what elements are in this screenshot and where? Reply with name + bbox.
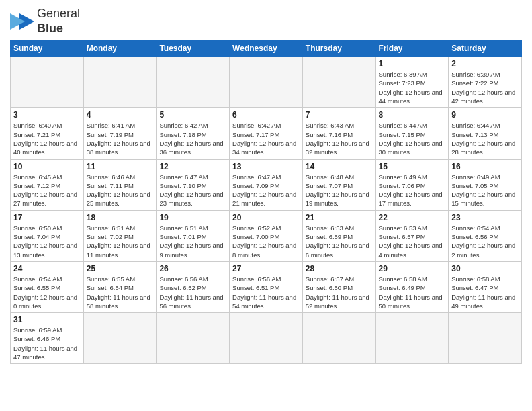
weekday-header-sunday: Sunday — [11, 40, 84, 57]
calendar-day-cell: 17Sunrise: 6:50 AM Sunset: 7:04 PM Dayli… — [11, 210, 84, 261]
calendar-day-cell: 2Sunrise: 6:39 AM Sunset: 7:22 PM Daylig… — [449, 57, 522, 108]
day-number: 29 — [379, 264, 446, 273]
day-info: Sunrise: 6:43 AM Sunset: 7:16 PM Dayligh… — [306, 121, 373, 156]
logo-text: GeneralBlue — [37, 7, 80, 36]
logo: GeneralBlue — [10, 7, 80, 36]
day-number: 8 — [379, 110, 446, 120]
day-number: 30 — [451, 264, 519, 273]
calendar-day-cell: 24Sunrise: 6:54 AM Sunset: 6:55 PM Dayli… — [11, 261, 84, 312]
day-number: 14 — [306, 162, 373, 171]
calendar-day-cell: 31Sunrise: 6:59 AM Sunset: 6:46 PM Dayli… — [11, 313, 84, 364]
calendar-day-cell: 26Sunrise: 6:56 AM Sunset: 6:52 PM Dayli… — [157, 261, 230, 312]
calendar-header-row: SundayMondayTuesdayWednesdayThursdayFrid… — [11, 40, 522, 57]
calendar-day-cell: 4Sunrise: 6:41 AM Sunset: 7:19 PM Daylig… — [83, 108, 157, 159]
day-number: 17 — [13, 213, 81, 222]
calendar-day-cell: 6Sunrise: 6:42 AM Sunset: 7:17 PM Daylig… — [230, 108, 303, 159]
weekday-header-thursday: Thursday — [302, 40, 375, 57]
calendar-day-cell — [157, 57, 230, 108]
day-info: Sunrise: 6:56 AM Sunset: 6:52 PM Dayligh… — [159, 275, 226, 310]
day-info: Sunrise: 6:51 AM Sunset: 7:02 PM Dayligh… — [87, 224, 154, 259]
calendar-day-cell: 29Sunrise: 6:58 AM Sunset: 6:49 PM Dayli… — [375, 261, 449, 312]
day-info: Sunrise: 6:44 AM Sunset: 7:15 PM Dayligh… — [379, 121, 446, 156]
day-number: 6 — [232, 110, 300, 120]
day-number: 27 — [232, 264, 300, 273]
calendar-week-row: 1Sunrise: 6:39 AM Sunset: 7:23 PM Daylig… — [11, 57, 522, 108]
day-info: Sunrise: 6:51 AM Sunset: 7:01 PM Dayligh… — [159, 224, 226, 259]
day-number: 15 — [379, 162, 446, 171]
calendar-day-cell: 5Sunrise: 6:42 AM Sunset: 7:18 PM Daylig… — [157, 108, 230, 159]
calendar-day-cell — [230, 57, 303, 108]
weekday-header-friday: Friday — [375, 40, 449, 57]
day-info: Sunrise: 6:39 AM Sunset: 7:23 PM Dayligh… — [379, 70, 446, 105]
day-info: Sunrise: 6:59 AM Sunset: 6:46 PM Dayligh… — [13, 326, 81, 361]
day-number: 28 — [306, 264, 373, 273]
day-number: 23 — [451, 213, 519, 222]
day-number: 5 — [159, 110, 226, 120]
calendar-day-cell: 9Sunrise: 6:44 AM Sunset: 7:13 PM Daylig… — [449, 108, 522, 159]
calendar-day-cell — [302, 313, 375, 364]
day-number: 16 — [451, 162, 519, 171]
day-info: Sunrise: 6:41 AM Sunset: 7:19 PM Dayligh… — [87, 121, 154, 156]
day-info: Sunrise: 6:48 AM Sunset: 7:07 PM Dayligh… — [306, 173, 373, 208]
day-number: 3 — [13, 110, 81, 120]
day-number: 21 — [306, 213, 373, 222]
calendar-day-cell: 18Sunrise: 6:51 AM Sunset: 7:02 PM Dayli… — [83, 210, 157, 261]
day-number: 10 — [13, 162, 81, 171]
calendar-day-cell — [11, 57, 84, 108]
calendar-day-cell: 20Sunrise: 6:52 AM Sunset: 7:00 PM Dayli… — [230, 210, 303, 261]
calendar-day-cell: 23Sunrise: 6:54 AM Sunset: 6:56 PM Dayli… — [449, 210, 522, 261]
day-info: Sunrise: 6:53 AM Sunset: 6:59 PM Dayligh… — [306, 224, 373, 259]
day-number: 19 — [159, 213, 226, 222]
day-number: 31 — [13, 315, 81, 324]
day-number: 26 — [159, 264, 226, 273]
weekday-header-tuesday: Tuesday — [157, 40, 230, 57]
calendar-day-cell: 3Sunrise: 6:40 AM Sunset: 7:21 PM Daylig… — [11, 108, 84, 159]
day-info: Sunrise: 6:56 AM Sunset: 6:51 PM Dayligh… — [232, 275, 300, 310]
day-info: Sunrise: 6:52 AM Sunset: 7:00 PM Dayligh… — [232, 224, 300, 259]
calendar-day-cell: 13Sunrise: 6:47 AM Sunset: 7:09 PM Dayli… — [230, 159, 303, 210]
day-info: Sunrise: 6:42 AM Sunset: 7:17 PM Dayligh… — [232, 121, 300, 156]
calendar-day-cell: 8Sunrise: 6:44 AM Sunset: 7:15 PM Daylig… — [375, 108, 449, 159]
day-number: 12 — [159, 162, 226, 171]
day-number: 11 — [87, 162, 154, 171]
day-number: 2 — [451, 59, 519, 68]
calendar-day-cell: 22Sunrise: 6:53 AM Sunset: 6:57 PM Dayli… — [375, 210, 449, 261]
calendar-day-cell: 12Sunrise: 6:47 AM Sunset: 7:10 PM Dayli… — [157, 159, 230, 210]
calendar-week-row: 24Sunrise: 6:54 AM Sunset: 6:55 PM Dayli… — [11, 261, 522, 312]
calendar-day-cell: 10Sunrise: 6:45 AM Sunset: 7:12 PM Dayli… — [11, 159, 84, 210]
calendar-day-cell: 28Sunrise: 6:57 AM Sunset: 6:50 PM Dayli… — [302, 261, 375, 312]
day-number: 20 — [232, 213, 300, 222]
calendar-day-cell: 21Sunrise: 6:53 AM Sunset: 6:59 PM Dayli… — [302, 210, 375, 261]
day-info: Sunrise: 6:54 AM Sunset: 6:56 PM Dayligh… — [451, 224, 519, 259]
calendar-day-cell: 15Sunrise: 6:49 AM Sunset: 7:06 PM Dayli… — [375, 159, 449, 210]
calendar-header: GeneralBlue — [10, 7, 522, 36]
calendar-day-cell: 19Sunrise: 6:51 AM Sunset: 7:01 PM Dayli… — [157, 210, 230, 261]
calendar-day-cell — [230, 313, 303, 364]
weekday-header-saturday: Saturday — [449, 40, 522, 57]
calendar-week-row: 31Sunrise: 6:59 AM Sunset: 6:46 PM Dayli… — [11, 313, 522, 364]
day-number: 4 — [87, 110, 154, 120]
calendar-day-cell: 16Sunrise: 6:49 AM Sunset: 7:05 PM Dayli… — [449, 159, 522, 210]
day-info: Sunrise: 6:58 AM Sunset: 6:47 PM Dayligh… — [451, 275, 519, 310]
day-info: Sunrise: 6:55 AM Sunset: 6:54 PM Dayligh… — [87, 275, 154, 310]
calendar-day-cell: 25Sunrise: 6:55 AM Sunset: 6:54 PM Dayli… — [83, 261, 157, 312]
day-info: Sunrise: 6:58 AM Sunset: 6:49 PM Dayligh… — [379, 275, 446, 310]
calendar-week-row: 17Sunrise: 6:50 AM Sunset: 7:04 PM Dayli… — [11, 210, 522, 261]
calendar-day-cell: 11Sunrise: 6:46 AM Sunset: 7:11 PM Dayli… — [83, 159, 157, 210]
calendar-week-row: 10Sunrise: 6:45 AM Sunset: 7:12 PM Dayli… — [11, 159, 522, 210]
day-info: Sunrise: 6:44 AM Sunset: 7:13 PM Dayligh… — [451, 121, 519, 156]
weekday-header-wednesday: Wednesday — [230, 40, 303, 57]
calendar-day-cell: 14Sunrise: 6:48 AM Sunset: 7:07 PM Dayli… — [302, 159, 375, 210]
day-number: 9 — [451, 110, 519, 120]
calendar-day-cell — [302, 57, 375, 108]
calendar-day-cell — [157, 313, 230, 364]
day-info: Sunrise: 6:50 AM Sunset: 7:04 PM Dayligh… — [13, 224, 81, 259]
day-info: Sunrise: 6:47 AM Sunset: 7:09 PM Dayligh… — [232, 173, 300, 208]
calendar-day-cell: 1Sunrise: 6:39 AM Sunset: 7:23 PM Daylig… — [375, 57, 449, 108]
calendar-table: SundayMondayTuesdayWednesdayThursdayFrid… — [10, 40, 522, 364]
day-info: Sunrise: 6:57 AM Sunset: 6:50 PM Dayligh… — [306, 275, 373, 310]
day-info: Sunrise: 6:49 AM Sunset: 7:05 PM Dayligh… — [451, 173, 519, 208]
day-number: 22 — [379, 213, 446, 222]
day-number: 25 — [87, 264, 154, 273]
weekday-header-monday: Monday — [83, 40, 157, 57]
